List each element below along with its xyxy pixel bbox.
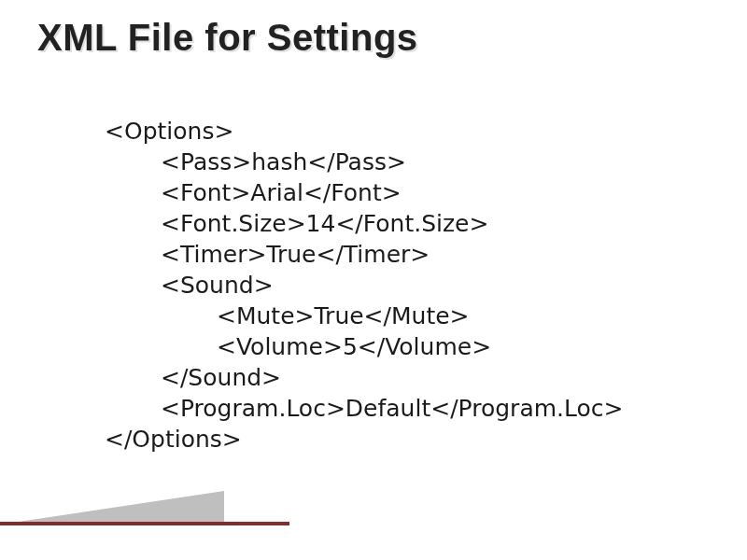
xml-volume-close: </Volume> — [358, 333, 491, 360]
xml-options-open: <Options> — [105, 118, 233, 145]
xml-volume-open: <Volume> — [217, 333, 343, 360]
xml-code-block: <Options> <Pass>hash</Pass> <Font>Arial<… — [105, 85, 710, 455]
slide: XML File for Settings <Options> <Pass>ha… — [0, 0, 747, 560]
xml-programloc-close: </Program.Loc> — [430, 395, 623, 422]
xml-font-close: </Font> — [303, 179, 402, 206]
xml-pass-line: <Pass>hash</Pass> — [105, 147, 406, 177]
xml-mute-open: <Mute> — [217, 302, 315, 329]
xml-fontsize-close: </Font.Size> — [335, 210, 488, 237]
xml-pass-close: </Pass> — [307, 148, 406, 175]
xml-font-value: Arial — [250, 179, 303, 206]
xml-timer-value: True — [266, 241, 316, 268]
xml-mute-value: True — [315, 302, 364, 329]
xml-pass-value: hash — [251, 148, 307, 175]
page-title: XML File for Settings — [37, 17, 710, 59]
xml-fontsize-line: <Font.Size>14</Font.Size> — [105, 208, 488, 239]
xml-fontsize-value: 14 — [306, 210, 336, 237]
xml-pass-open: <Pass> — [161, 148, 251, 175]
xml-mute-line: <Mute>True</Mute> — [105, 301, 470, 331]
xml-mute-close: </Mute> — [364, 302, 470, 329]
xml-volume-value: 5 — [343, 333, 358, 360]
xml-timer-close: </Timer> — [316, 241, 430, 268]
xml-timer-line: <Timer>True</Timer> — [105, 239, 430, 270]
xml-sound-close: </Sound> — [105, 362, 281, 393]
xml-programloc-line: <Program.Loc>Default</Program.Loc> — [105, 393, 624, 424]
xml-sound-open: <Sound> — [105, 270, 274, 301]
xml-volume-line: <Volume>5</Volume> — [105, 331, 491, 362]
slide-accent-triangle — [0, 491, 224, 525]
xml-options-close: </Options> — [105, 426, 242, 453]
xml-programloc-open: <Program.Loc> — [161, 395, 345, 422]
xml-font-open: <Font> — [161, 179, 250, 206]
xml-timer-open: <Timer> — [161, 241, 266, 268]
xml-font-line: <Font>Arial</Font> — [105, 177, 402, 208]
xml-fontsize-open: <Font.Size> — [161, 210, 306, 237]
xml-programloc-value: Default — [345, 395, 430, 422]
